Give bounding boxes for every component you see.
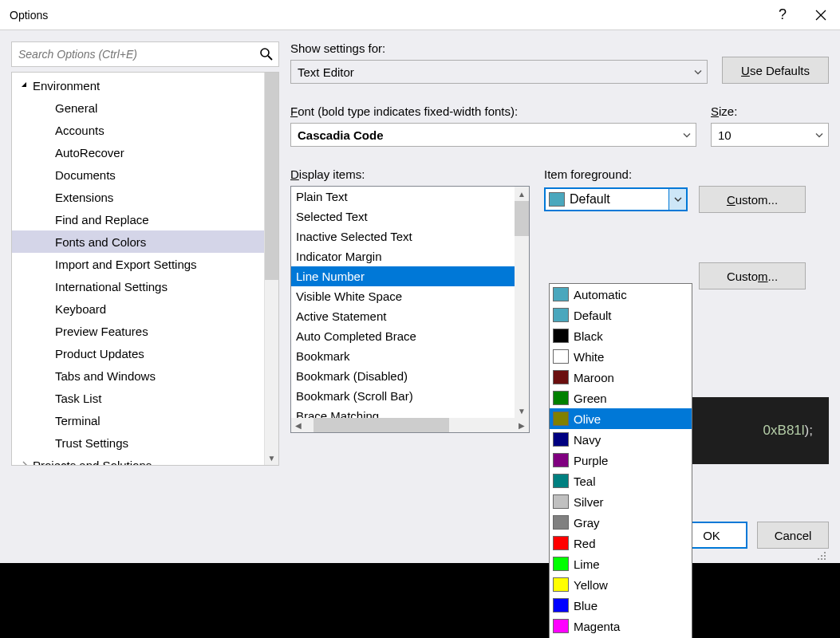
display-item[interactable]: Indicator Margin [291, 246, 529, 266]
close-button[interactable] [802, 0, 840, 30]
color-option-silver[interactable]: Silver [550, 491, 692, 512]
scroll-down-icon[interactable]: ▼ [265, 451, 278, 465]
show-settings-value: Text Editor [298, 65, 354, 79]
tree-item-fonts-and-colors[interactable]: Fonts and Colors [12, 230, 278, 253]
custom-foreground-button[interactable]: Custom... [699, 186, 806, 213]
size-combo[interactable]: 10 [711, 123, 829, 147]
color-option-label: Magenta [574, 620, 620, 633]
color-option-automatic[interactable]: Automatic [550, 284, 692, 305]
scroll-right-icon[interactable]: ▶ [515, 418, 529, 432]
color-option-label: Silver [574, 495, 604, 509]
display-item[interactable]: Selected Text [291, 207, 529, 226]
color-swatch [553, 432, 569, 447]
color-option-label: Red [574, 537, 596, 550]
tree-item-keyboard[interactable]: Keyboard [12, 297, 278, 320]
color-option-maroon[interactable]: Maroon [550, 367, 692, 388]
tree-item-product-updates[interactable]: Product Updates [12, 342, 278, 364]
color-option-navy[interactable]: Navy [550, 429, 692, 450]
tree-item-autorecover[interactable]: AutoRecover [12, 141, 278, 163]
list-vscroll[interactable]: ▲ ▼ [515, 187, 529, 418]
color-swatch [553, 619, 569, 633]
custom-background-button[interactable]: Custom... [699, 262, 806, 289]
tree-item-task-list[interactable]: Task List [12, 387, 278, 409]
chevron-down-icon [815, 128, 823, 142]
tree-scrollbar[interactable]: ▲ ▼ [264, 73, 278, 465]
color-option-label: Navy [574, 433, 601, 447]
display-item[interactable]: Bookmark [291, 346, 529, 366]
display-item[interactable]: Plain Text [291, 187, 529, 207]
expand-icon [18, 81, 31, 89]
color-option-olive[interactable]: Olive [550, 408, 692, 429]
bottom-strip [0, 563, 840, 638]
color-swatch [553, 557, 569, 571]
color-swatch [553, 370, 569, 384]
color-option-label: Blue [574, 599, 597, 612]
tree-item-find-and-replace[interactable]: Find and Replace [12, 208, 278, 230]
dropdown-button[interactable] [668, 189, 686, 210]
tree-item-import-and-export-settings[interactable]: Import and Export Settings [12, 253, 278, 275]
font-combo[interactable]: Cascadia Code [290, 123, 696, 147]
scroll-thumb[interactable] [515, 201, 529, 236]
color-option-white[interactable]: White [550, 346, 692, 367]
color-option-label: Gray [574, 516, 600, 530]
color-option-yellow[interactable]: Yellow [550, 574, 692, 595]
color-option-default[interactable]: Default [550, 305, 692, 325]
tree-item-accounts[interactable]: Accounts [12, 119, 278, 141]
svg-rect-5 [824, 552, 826, 553]
chevron-down-icon [694, 65, 702, 79]
tree-item-general[interactable]: General [12, 96, 278, 119]
svg-line-3 [268, 56, 272, 60]
scroll-thumb[interactable] [265, 73, 278, 280]
category-tree[interactable]: EnvironmentGeneralAccountsAutoRecoverDoc… [11, 72, 279, 466]
tree-item-trust-settings[interactable]: Trust Settings [12, 431, 278, 454]
color-option-magenta[interactable]: Magenta [550, 616, 692, 636]
svg-rect-6 [821, 555, 822, 557]
color-option-blue[interactable]: Blue [550, 595, 692, 616]
color-option-black[interactable]: Black [550, 325, 692, 346]
display-item[interactable]: Active Statement [291, 306, 529, 326]
resize-grip[interactable] [816, 550, 827, 561]
color-swatch [553, 515, 569, 530]
color-option-lime[interactable]: Lime [550, 553, 692, 574]
cancel-button[interactable]: Cancel [757, 522, 829, 549]
item-foreground-combo[interactable]: Default [544, 187, 688, 211]
color-option-green[interactable]: Green [550, 388, 692, 408]
display-item[interactable]: Auto Completed Brace [291, 326, 529, 346]
display-item[interactable]: Visible White Space [291, 286, 529, 306]
color-option-label: White [574, 350, 604, 364]
item-foreground-dropdown[interactable]: AutomaticDefaultBlackWhiteMaroonGreenOli… [549, 283, 692, 638]
item-foreground-value: Default [570, 192, 610, 207]
tree-item-environment[interactable]: Environment [12, 74, 278, 96]
color-swatch [553, 453, 569, 467]
tree-item-documents[interactable]: Documents [12, 163, 278, 186]
display-items-list[interactable]: Plain TextSelected TextInactive Selected… [290, 186, 530, 433]
tree-item-projects-and-solutions[interactable]: Projects and Solutions [12, 454, 278, 466]
tree-item-international-settings[interactable]: International Settings [12, 275, 278, 297]
svg-rect-10 [824, 558, 826, 560]
display-item[interactable]: Bookmark (Scroll Bar) [291, 386, 529, 406]
tree-item-terminal[interactable]: Terminal [12, 409, 278, 431]
chevron-down-icon [683, 128, 691, 142]
search-input[interactable] [12, 42, 278, 66]
tree-item-extensions[interactable]: Extensions [12, 186, 278, 208]
color-option-gray[interactable]: Gray [550, 512, 692, 533]
list-hscroll[interactable]: ◀ ▶ [291, 418, 529, 432]
tree-item-preview-features[interactable]: Preview Features [12, 320, 278, 342]
display-item[interactable]: Inactive Selected Text [291, 226, 529, 246]
color-option-label: Green [574, 392, 607, 405]
color-option-purple[interactable]: Purple [550, 450, 692, 471]
show-settings-combo[interactable]: Text Editor [290, 60, 708, 84]
tree-item-tabs-and-windows[interactable]: Tabs and Windows [12, 364, 278, 387]
scroll-down-icon[interactable]: ▼ [515, 404, 529, 418]
color-option-teal[interactable]: Teal [550, 471, 692, 491]
scroll-thumb[interactable] [314, 418, 449, 432]
use-defaults-button[interactable]: Use Defaults [722, 57, 829, 84]
display-item[interactable]: Line Number [291, 266, 529, 286]
scroll-left-icon[interactable]: ◀ [291, 418, 306, 432]
search-options[interactable] [11, 41, 279, 67]
display-item[interactable]: Bookmark (Disabled) [291, 366, 529, 386]
help-button[interactable]: ? [763, 0, 802, 30]
scroll-up-icon[interactable]: ▲ [515, 187, 529, 201]
color-option-red[interactable]: Red [550, 533, 692, 553]
color-swatch [553, 577, 569, 592]
